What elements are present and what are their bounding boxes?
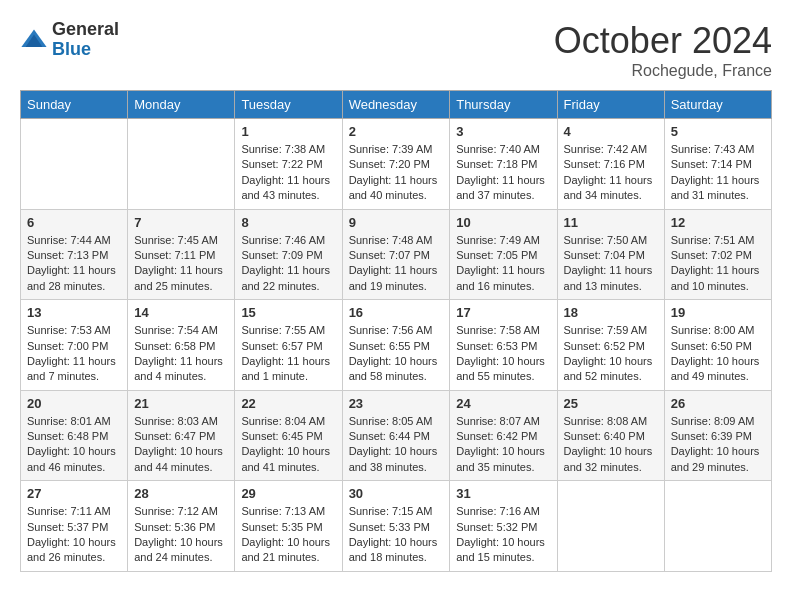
daylight-text: Daylight: 10 hours and 38 minutes. <box>349 445 438 472</box>
calendar-cell: 9Sunrise: 7:48 AMSunset: 7:07 PMDaylight… <box>342 209 450 300</box>
sunrise-text: Sunrise: 8:05 AM <box>349 415 433 427</box>
calendar-cell <box>557 481 664 572</box>
day-info: Sunrise: 7:11 AMSunset: 5:37 PMDaylight:… <box>27 504 121 566</box>
day-info: Sunrise: 7:16 AMSunset: 5:32 PMDaylight:… <box>456 504 550 566</box>
daylight-text: Daylight: 11 hours and 25 minutes. <box>134 264 223 291</box>
sunset-text: Sunset: 6:45 PM <box>241 430 322 442</box>
day-number: 3 <box>456 124 550 139</box>
sunrise-text: Sunrise: 8:08 AM <box>564 415 648 427</box>
calendar-cell: 19Sunrise: 8:00 AMSunset: 6:50 PMDayligh… <box>664 300 771 391</box>
day-info: Sunrise: 8:03 AMSunset: 6:47 PMDaylight:… <box>134 414 228 476</box>
daylight-text: Daylight: 10 hours and 46 minutes. <box>27 445 116 472</box>
calendar-cell: 20Sunrise: 8:01 AMSunset: 6:48 PMDayligh… <box>21 390 128 481</box>
logo-general-text: General <box>52 20 119 40</box>
sunset-text: Sunset: 7:09 PM <box>241 249 322 261</box>
calendar-cell: 17Sunrise: 7:58 AMSunset: 6:53 PMDayligh… <box>450 300 557 391</box>
day-number: 28 <box>134 486 228 501</box>
day-number: 16 <box>349 305 444 320</box>
sunrise-text: Sunrise: 7:56 AM <box>349 324 433 336</box>
daylight-text: Daylight: 11 hours and 4 minutes. <box>134 355 223 382</box>
calendar-cell: 26Sunrise: 8:09 AMSunset: 6:39 PMDayligh… <box>664 390 771 481</box>
day-info: Sunrise: 7:12 AMSunset: 5:36 PMDaylight:… <box>134 504 228 566</box>
sunset-text: Sunset: 7:16 PM <box>564 158 645 170</box>
day-number: 25 <box>564 396 658 411</box>
day-info: Sunrise: 7:58 AMSunset: 6:53 PMDaylight:… <box>456 323 550 385</box>
sunset-text: Sunset: 6:48 PM <box>27 430 108 442</box>
day-info: Sunrise: 7:40 AMSunset: 7:18 PMDaylight:… <box>456 142 550 204</box>
sunset-text: Sunset: 7:07 PM <box>349 249 430 261</box>
calendar-cell: 4Sunrise: 7:42 AMSunset: 7:16 PMDaylight… <box>557 119 664 210</box>
day-info: Sunrise: 7:45 AMSunset: 7:11 PMDaylight:… <box>134 233 228 295</box>
day-info: Sunrise: 8:08 AMSunset: 6:40 PMDaylight:… <box>564 414 658 476</box>
day-number: 20 <box>27 396 121 411</box>
sunset-text: Sunset: 7:05 PM <box>456 249 537 261</box>
day-number: 21 <box>134 396 228 411</box>
calendar-day-header: Sunday <box>21 91 128 119</box>
sunset-text: Sunset: 7:11 PM <box>134 249 215 261</box>
sunset-text: Sunset: 6:39 PM <box>671 430 752 442</box>
daylight-text: Daylight: 10 hours and 32 minutes. <box>564 445 653 472</box>
day-info: Sunrise: 7:53 AMSunset: 7:00 PMDaylight:… <box>27 323 121 385</box>
calendar-cell: 5Sunrise: 7:43 AMSunset: 7:14 PMDaylight… <box>664 119 771 210</box>
sunset-text: Sunset: 7:22 PM <box>241 158 322 170</box>
day-number: 18 <box>564 305 658 320</box>
calendar-table: SundayMondayTuesdayWednesdayThursdayFrid… <box>20 90 772 572</box>
sunrise-text: Sunrise: 7:12 AM <box>134 505 218 517</box>
calendar-cell: 31Sunrise: 7:16 AMSunset: 5:32 PMDayligh… <box>450 481 557 572</box>
day-number: 7 <box>134 215 228 230</box>
sunrise-text: Sunrise: 8:03 AM <box>134 415 218 427</box>
calendar-week-row: 6Sunrise: 7:44 AMSunset: 7:13 PMDaylight… <box>21 209 772 300</box>
daylight-text: Daylight: 10 hours and 35 minutes. <box>456 445 545 472</box>
calendar-cell: 12Sunrise: 7:51 AMSunset: 7:02 PMDayligh… <box>664 209 771 300</box>
calendar-cell: 24Sunrise: 8:07 AMSunset: 6:42 PMDayligh… <box>450 390 557 481</box>
sunset-text: Sunset: 5:36 PM <box>134 521 215 533</box>
day-number: 24 <box>456 396 550 411</box>
sunrise-text: Sunrise: 7:44 AM <box>27 234 111 246</box>
day-number: 13 <box>27 305 121 320</box>
calendar-week-row: 27Sunrise: 7:11 AMSunset: 5:37 PMDayligh… <box>21 481 772 572</box>
day-number: 11 <box>564 215 658 230</box>
daylight-text: Daylight: 10 hours and 52 minutes. <box>564 355 653 382</box>
sunrise-text: Sunrise: 7:49 AM <box>456 234 540 246</box>
logo-icon <box>20 26 48 54</box>
daylight-text: Daylight: 10 hours and 44 minutes. <box>134 445 223 472</box>
calendar-cell: 18Sunrise: 7:59 AMSunset: 6:52 PMDayligh… <box>557 300 664 391</box>
calendar-cell: 2Sunrise: 7:39 AMSunset: 7:20 PMDaylight… <box>342 119 450 210</box>
sunset-text: Sunset: 7:20 PM <box>349 158 430 170</box>
day-number: 2 <box>349 124 444 139</box>
calendar-day-header: Wednesday <box>342 91 450 119</box>
sunset-text: Sunset: 6:52 PM <box>564 340 645 352</box>
calendar-cell: 10Sunrise: 7:49 AMSunset: 7:05 PMDayligh… <box>450 209 557 300</box>
calendar-day-header: Thursday <box>450 91 557 119</box>
day-number: 22 <box>241 396 335 411</box>
day-info: Sunrise: 7:59 AMSunset: 6:52 PMDaylight:… <box>564 323 658 385</box>
day-number: 12 <box>671 215 765 230</box>
day-info: Sunrise: 8:07 AMSunset: 6:42 PMDaylight:… <box>456 414 550 476</box>
calendar-cell <box>21 119 128 210</box>
sunrise-text: Sunrise: 7:53 AM <box>27 324 111 336</box>
day-info: Sunrise: 7:15 AMSunset: 5:33 PMDaylight:… <box>349 504 444 566</box>
sunset-text: Sunset: 7:14 PM <box>671 158 752 170</box>
sunrise-text: Sunrise: 7:40 AM <box>456 143 540 155</box>
calendar-cell: 21Sunrise: 8:03 AMSunset: 6:47 PMDayligh… <box>128 390 235 481</box>
calendar-day-header: Tuesday <box>235 91 342 119</box>
day-info: Sunrise: 7:51 AMSunset: 7:02 PMDaylight:… <box>671 233 765 295</box>
day-info: Sunrise: 7:55 AMSunset: 6:57 PMDaylight:… <box>241 323 335 385</box>
day-info: Sunrise: 7:38 AMSunset: 7:22 PMDaylight:… <box>241 142 335 204</box>
daylight-text: Daylight: 11 hours and 1 minute. <box>241 355 330 382</box>
calendar-cell: 27Sunrise: 7:11 AMSunset: 5:37 PMDayligh… <box>21 481 128 572</box>
logo-text: General Blue <box>52 20 119 60</box>
calendar-week-row: 20Sunrise: 8:01 AMSunset: 6:48 PMDayligh… <box>21 390 772 481</box>
calendar-day-header: Friday <box>557 91 664 119</box>
calendar-cell: 28Sunrise: 7:12 AMSunset: 5:36 PMDayligh… <box>128 481 235 572</box>
calendar-cell: 15Sunrise: 7:55 AMSunset: 6:57 PMDayligh… <box>235 300 342 391</box>
title-section: October 2024 Rochegude, France <box>554 20 772 80</box>
day-info: Sunrise: 7:48 AMSunset: 7:07 PMDaylight:… <box>349 233 444 295</box>
calendar-cell: 13Sunrise: 7:53 AMSunset: 7:00 PMDayligh… <box>21 300 128 391</box>
calendar-day-header: Saturday <box>664 91 771 119</box>
daylight-text: Daylight: 11 hours and 37 minutes. <box>456 174 545 201</box>
daylight-text: Daylight: 10 hours and 58 minutes. <box>349 355 438 382</box>
calendar-cell: 25Sunrise: 8:08 AMSunset: 6:40 PMDayligh… <box>557 390 664 481</box>
sunrise-text: Sunrise: 7:46 AM <box>241 234 325 246</box>
calendar-cell: 30Sunrise: 7:15 AMSunset: 5:33 PMDayligh… <box>342 481 450 572</box>
